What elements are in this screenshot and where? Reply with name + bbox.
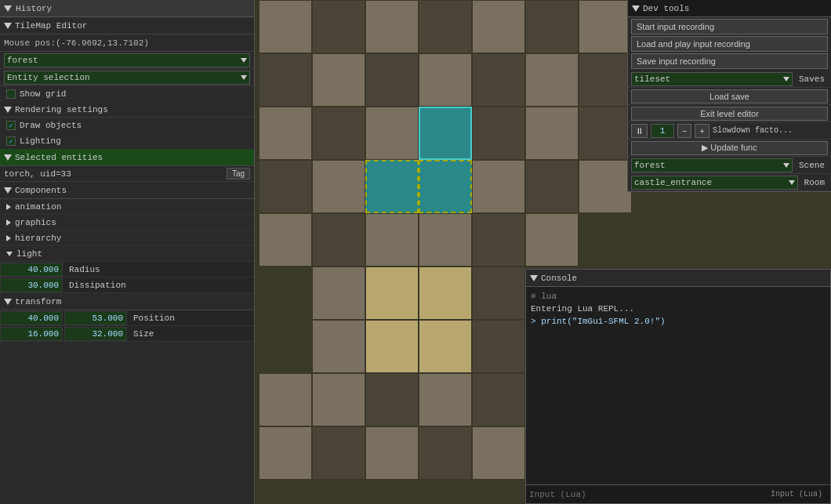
speed-input[interactable]: 1	[651, 124, 674, 138]
console-line-2-text: Entering Lua REPL...	[531, 304, 634, 314]
room-dropdown-value: castle_entrance	[634, 178, 712, 187]
tilemap-editor-title: TileMap Editor	[15, 21, 87, 31]
plus-button[interactable]: +	[695, 124, 709, 138]
forest-dropdown[interactable]: forest	[4, 53, 250, 67]
console-panel: Console # lua Entering Lua REPL... > pri…	[525, 269, 831, 504]
tile	[259, 107, 312, 160]
tile	[419, 267, 472, 320]
component-animation[interactable]: animation	[0, 199, 254, 215]
tile	[579, 0, 632, 53]
load-play-recording-button[interactable]: Load and play input recording	[631, 36, 828, 52]
entity-name-row: torch, uid=33 Tag	[0, 166, 254, 182]
tile	[312, 53, 365, 107]
dev-tools-title: Dev tools	[643, 4, 689, 13]
position-y-value[interactable]: 53.000	[64, 311, 127, 325]
light-radius-value[interactable]: 40.000	[0, 263, 63, 277]
room-dropdown[interactable]: castle_entrance	[631, 176, 798, 190]
selected-entities-title: Selected entities	[15, 153, 103, 162]
scene-arrow-icon	[783, 163, 789, 168]
position-label: Position	[127, 314, 254, 323]
animation-label: animation	[15, 202, 61, 212]
pause-button[interactable]: ⏸	[631, 124, 648, 138]
start-recording-button[interactable]: Start input recording	[631, 19, 828, 34]
tile	[365, 426, 419, 480]
component-light[interactable]: light	[0, 246, 254, 262]
console-body: # lua Entering Lua REPL... > print("ImGu…	[526, 287, 830, 484]
tileset-dropdown-value: tileset	[634, 74, 670, 84]
tile	[312, 267, 365, 320]
tile	[419, 0, 472, 53]
minus-button[interactable]: −	[677, 124, 691, 138]
load-save-button[interactable]: Load save	[631, 89, 828, 103]
history-collapse-icon[interactable]	[4, 5, 12, 12]
save-recording-button[interactable]: Save input recording	[631, 53, 828, 69]
component-hierarchy[interactable]: hierarchy	[0, 230, 254, 246]
rendering-settings-header: Rendering settings	[0, 102, 254, 118]
size-x-value[interactable]: 16.000	[0, 327, 63, 341]
tile	[579, 53, 632, 107]
tile	[259, 373, 312, 426]
room-label: Room	[801, 178, 828, 187]
hierarchy-expand-icon	[6, 235, 11, 241]
console-input[interactable]	[529, 490, 771, 499]
show-grid-row: Show grid	[0, 86, 254, 102]
selected-entities-collapse-icon[interactable]	[4, 154, 12, 161]
draw-objects-row: Draw objects	[0, 118, 254, 133]
tileset-dropdown[interactable]: tileset	[631, 72, 793, 86]
room-arrow-icon	[789, 180, 795, 185]
tile	[365, 213, 419, 267]
console-header: Console	[526, 270, 830, 287]
console-collapse-icon[interactable]	[530, 275, 538, 281]
graphics-expand-icon	[6, 219, 11, 226]
slowdown-label: Slowdown facto...	[713, 126, 793, 135]
console-input-label: Input (Lua)	[771, 490, 827, 499]
mouse-position: Mouse pos:(-76.9692,13.7102)	[0, 34, 254, 52]
tile-selected	[419, 160, 472, 213]
tile	[472, 373, 525, 426]
draw-objects-checkbox[interactable]	[6, 121, 16, 130]
tilemap-collapse-icon[interactable]	[4, 23, 12, 29]
size-y-value[interactable]: 32.000	[64, 327, 127, 341]
light-dissipation-value[interactable]: 30.000	[0, 278, 63, 292]
lighting-checkbox[interactable]	[6, 136, 16, 146]
tile	[365, 0, 419, 53]
light-radius-row: 40.000 Radius	[0, 262, 254, 277]
rendering-collapse-icon[interactable]	[4, 107, 12, 113]
exit-level-editor-button[interactable]: Exit level editor	[631, 107, 828, 121]
console-input-row: Input (Lua)	[526, 484, 830, 503]
show-grid-checkbox[interactable]	[6, 89, 16, 99]
transform-collapse-icon[interactable]	[4, 299, 12, 305]
tile	[259, 160, 312, 213]
tile	[259, 53, 312, 107]
tileset-arrow-icon	[783, 77, 789, 82]
position-x-value[interactable]: 40.000	[0, 311, 63, 325]
saves-label: Saves	[796, 74, 828, 84]
component-graphics[interactable]: graphics	[0, 215, 254, 230]
tile	[472, 107, 525, 160]
tileset-row: tileset Saves	[628, 71, 831, 88]
tile	[472, 0, 525, 53]
console-line-2: Entering Lua REPL...	[531, 303, 826, 315]
tile	[579, 107, 632, 160]
entity-selection-dropdown[interactable]: Entity selection	[4, 71, 250, 85]
size-row: 16.000 32.000 Size	[0, 326, 254, 342]
tile	[419, 373, 472, 426]
tile	[312, 426, 365, 480]
tag-button[interactable]: Tag	[227, 168, 250, 179]
tile-selected	[419, 107, 472, 160]
dev-tools-collapse-icon[interactable]	[632, 5, 640, 12]
console-line-1: # lua	[531, 290, 826, 303]
history-bar: History	[0, 0, 254, 17]
tile	[259, 213, 312, 267]
graphics-label: graphics	[15, 218, 56, 227]
components-title: Components	[15, 186, 67, 195]
tile	[525, 0, 579, 53]
scene-dropdown[interactable]: forest	[631, 158, 793, 172]
components-collapse-icon[interactable]	[4, 187, 12, 194]
components-header: Components	[0, 182, 254, 199]
position-row: 40.000 53.000 Position	[0, 310, 254, 326]
tile	[472, 267, 525, 320]
update-func-button[interactable]: ▶ Update func	[631, 141, 828, 155]
transform-title: transform	[15, 297, 61, 306]
animation-expand-icon	[6, 204, 11, 210]
